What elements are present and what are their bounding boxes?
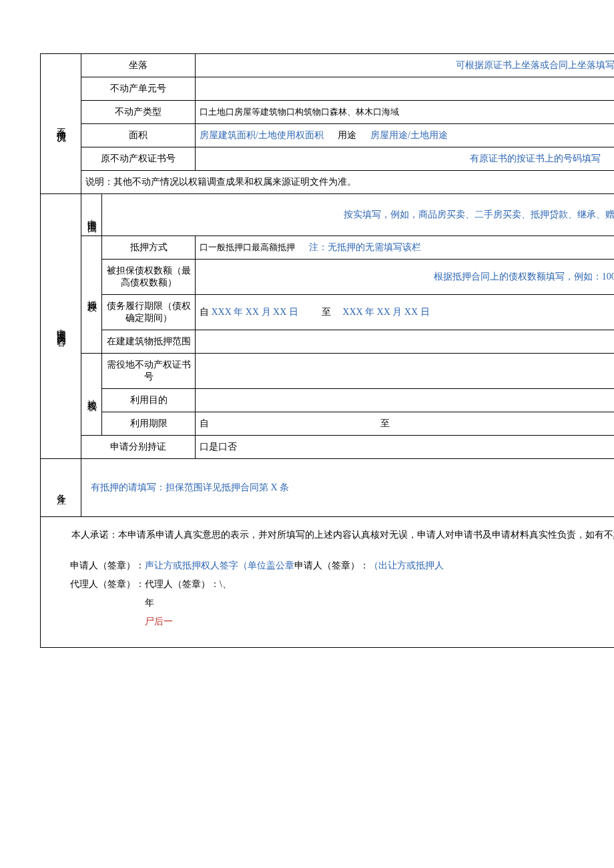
row-easement-cert-label: 需役地不动产权证书号 <box>102 354 196 389</box>
signature-cell: 申请人（签章）：声让方或抵押权人签字（单位盖公章申请人（签章）：（出让方或抵押人… <box>41 546 615 648</box>
date-left-year: 年 <box>145 598 154 608</box>
row-mortgage-period-label: 债务履行期限（债权确定期间） <box>102 295 196 330</box>
row-mortgage-method-note: 注：无抵押的无需填写该栏 <box>309 242 421 252</box>
row-unitno-label: 不动产单元号 <box>81 77 196 101</box>
declaration-text: 本人承诺：本申请系申请人真实意思的表示，并对所填写的上述内容认真核对无误，申请人… <box>46 524 614 546</box>
sig-applicant2-blue: （出让方或抵押人 <box>369 560 444 570</box>
row-mortgage-amount-value: 根据抵押合同上的债权数额填写，例如：100 万元 <box>196 260 615 295</box>
row-type-label: 不动产类型 <box>81 101 196 124</box>
sig-applicant1-blue: 声让方或抵押权人签字（单位盖公章 <box>145 560 294 570</box>
row-origcert-label: 原不动产权证书号 <box>81 147 196 171</box>
row-location-label: 坐落 <box>81 54 196 77</box>
row-easement-cert-value <box>196 354 615 389</box>
sig-agent2-label: 代理人（签章）：\、 <box>145 579 232 589</box>
section-application-title: 申请理由及内容 <box>41 194 81 459</box>
row-property-note: 说明：其他不动产情况以权籍调查成果和权属来源证明文件为准。 <box>81 171 615 194</box>
row-area-use-value: 房屋用途/土地用途 <box>370 130 448 140</box>
row-area-label: 面积 <box>81 124 196 147</box>
row-area-use-label: 用途 <box>338 130 356 140</box>
row-mortgage-scope-value <box>196 330 615 354</box>
row-unitno-value <box>196 77 615 101</box>
row-easement-purpose-label: 利用目的 <box>102 389 196 412</box>
row-easement-term-cell: 自 至 <box>196 412 615 436</box>
row-area-value: 房屋建筑面积/土地使用权面积 <box>200 130 324 140</box>
row-mortgage-method-label: 抵押方式 <box>102 236 196 260</box>
declaration-cell: 本人承诺：本申请系申请人真实意思的表示，并对所填写的上述内容认真核对无误，申请人… <box>41 517 615 546</box>
section-remark-title: 备注 <box>41 459 81 517</box>
row-mortgage-scope-label: 在建建筑物抵押范围 <box>102 330 196 354</box>
row-origcert-value: 有原证书的按证书上的号码填写 <box>196 147 615 171</box>
row-separate-cert-label: 申请分别持证 <box>81 436 196 459</box>
sig-applicant2-label: 申请人（签章）： <box>294 560 369 570</box>
period-to: XXX 年 XX 月 XX 日 <box>342 307 429 317</box>
row-reason-value: 按实填写，例如，商品房买卖、二手房买卖、抵押贷款、继承、赠与等 <box>102 194 615 236</box>
row-area-cell: 房屋建筑面积/土地使用权面积 用途 房屋用途/土地用途 <box>196 124 615 147</box>
row-mortgage-method-options: 口一般抵押口最高额抵押 <box>200 243 295 252</box>
row-location-value: 可根据原证书上坐落或合同上坐落填写 <box>196 54 615 77</box>
easement-term-from: 自 <box>200 418 209 428</box>
period-from: XXX 年 XX 月 XX 日 <box>212 307 298 317</box>
sig-applicant1-label: 申请人（签章）： <box>70 560 145 570</box>
row-reason-label: 申请理由 <box>81 194 102 236</box>
row-easement-label: 地役权 <box>81 354 102 436</box>
row-easement-purpose-value <box>196 389 615 412</box>
declaration-prefix: 本人承诺：本申请系申请人真实意思的表示，并对所填写的上述内容认真核对无误，申请人… <box>71 530 613 540</box>
signature-row-2: 代理人（签章）：代理人（签章）：\、 y <box>51 575 614 594</box>
form-table: 不动产情况 坐落 可根据原证书上坐落或合同上坐落填写 不动产单元号 不动产类型 … <box>40 53 614 648</box>
easement-term-to: 至 <box>380 418 390 428</box>
date-left-rest: 尸后一 <box>145 616 173 626</box>
sig-agent1-label: 代理人（签章）： <box>70 579 145 589</box>
signature-date-row: 年尸后一 年 日一 <box>51 594 614 631</box>
period-from-prefix: 自 <box>200 307 212 317</box>
section-property-title: 不动产情况 <box>41 54 81 194</box>
row-easement-term-label: 利用期限 <box>102 412 196 436</box>
section-remark-value: 有抵押的请填写：担保范围详见抵押合同第 X 条 <box>81 459 615 517</box>
row-mortgage-label: 抵押权 <box>81 236 102 354</box>
row-type-value: 口土地口房屋等建筑物口构筑物口森林、林木口海域 <box>196 101 615 124</box>
signature-row-1: 申请人（签章）：声让方或抵押权人签字（单位盖公章申请人（签章）：（出让方或抵押人 <box>51 556 614 575</box>
row-mortgage-amount-label: 被担保债权数额（最高债权数额） <box>102 260 196 295</box>
row-mortgage-period-cell: 自 XXX 年 XX 月 XX 日 至 XXX 年 XX 月 XX 日 <box>196 295 615 330</box>
period-to-label: 至 <box>322 307 331 317</box>
row-mortgage-method-cell: 口一般抵押口最高额抵押 注：无抵押的无需填写该栏 <box>196 236 615 260</box>
row-separate-cert-value: 口是口否 <box>196 436 615 459</box>
